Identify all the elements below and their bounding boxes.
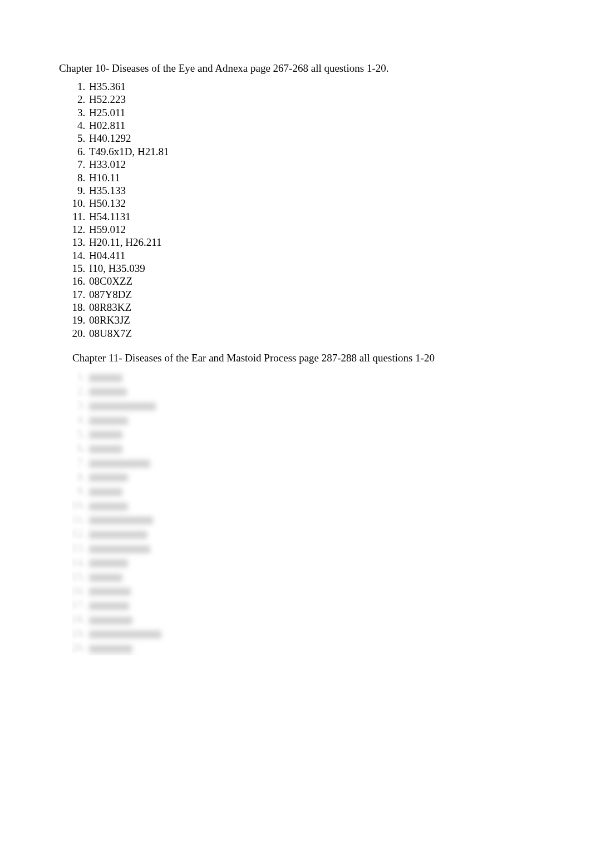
chapter-10-item: 08RK3JZ <box>88 314 532 326</box>
chapter-10-item: 08U8X7Z <box>88 327 532 340</box>
chapter-10-item: H59.012 <box>88 223 532 236</box>
chapter-11-item-blurred: XXXXXX <box>88 441 532 455</box>
chapter-10-item: H54.1131 <box>88 210 532 223</box>
chapter-10-item: H35.133 <box>88 184 532 197</box>
chapter-10-item: H04.411 <box>88 249 532 262</box>
chapter-10-item: H02.811 <box>88 119 532 132</box>
chapter-10-item: H25.011 <box>88 106 532 119</box>
chapter-11-item-blurred: XXXXXX <box>88 413 532 427</box>
chapter-11-item-blurred: XXXXXX <box>88 513 532 527</box>
chapter-11-item-blurred: XXXXXX <box>88 555 532 570</box>
chapter-10-item: 087Y8DZ <box>88 288 532 301</box>
chapter-10-title: Chapter 10- Diseases of the Eye and Adne… <box>59 62 532 75</box>
chapter-11-item-blurred: XXXXXX <box>88 641 532 655</box>
chapter-11-item-blurred: XXXXXX <box>88 584 532 598</box>
chapter-10-item: H35.361 <box>88 80 532 93</box>
chapter-10-item: H10.11 <box>88 171 532 184</box>
chapter-11-item-blurred: XXXXXX <box>88 398 532 413</box>
chapter-10-list: H35.361H52.223H25.011H02.811H40.1292T49.… <box>88 80 532 340</box>
chapter-10-item: H50.132 <box>88 197 532 210</box>
chapter-11-item-blurred: XXXXXX <box>88 569 532 584</box>
chapter-11-item-blurred: XXXXXX <box>88 470 532 484</box>
chapter-10-item: I10, H35.039 <box>88 262 532 275</box>
chapter-11-item-blurred: XXXXXX <box>88 370 532 384</box>
chapter-10-item: H20.11, H26.211 <box>88 236 532 249</box>
chapter-11-item-blurred: XXXXXX <box>88 455 532 470</box>
chapter-11-title: Chapter 11- Diseases of the Ear and Mast… <box>72 352 532 364</box>
chapter-10-item: 08C0XZZ <box>88 275 532 287</box>
chapter-11-item-blurred: XXXXXX <box>88 612 532 627</box>
chapter-10-item: 08R83KZ <box>88 301 532 314</box>
chapter-10-item: T49.6x1D, H21.81 <box>88 145 532 158</box>
chapter-10-item: H52.223 <box>88 93 532 106</box>
chapter-11-item-blurred: XXXXXX <box>88 527 532 541</box>
chapter-10-item: H40.1292 <box>88 132 532 145</box>
chapter-11-item-blurred: XXXXXX <box>88 541 532 555</box>
chapter-11-item-blurred: XXXXXX <box>88 484 532 498</box>
chapter-11-list: XXXXXXXXXXXXXXXXXXXXXXXXXXXXXXXXXXXXXXXX… <box>88 370 532 655</box>
chapter-11-blurred-region: XXXXXXXXXXXXXXXXXXXXXXXXXXXXXXXXXXXXXXXX… <box>72 370 532 655</box>
chapter-11-item-blurred: XXXXXX <box>88 498 532 513</box>
chapter-11-item-blurred: XXXXXX <box>88 627 532 641</box>
chapter-11-item-blurred: XXXXXX <box>88 384 532 399</box>
chapter-11-item-blurred: XXXXXX <box>88 427 532 442</box>
chapter-11-item-blurred: XXXXXX <box>88 598 532 612</box>
chapter-10-item: H33.012 <box>88 158 532 171</box>
